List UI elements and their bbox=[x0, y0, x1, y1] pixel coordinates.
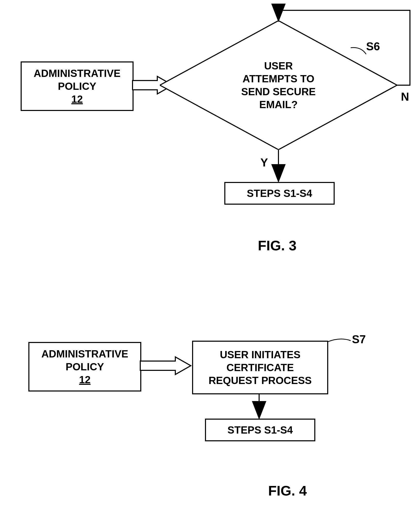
admin-policy-line2-f4: POLICY bbox=[66, 360, 104, 373]
decision-s6-label: S6 bbox=[366, 40, 380, 53]
process-line1: USER INITIATES bbox=[220, 348, 301, 361]
admin-policy-line2: POLICY bbox=[58, 80, 96, 93]
process-s7-label: S7 bbox=[352, 333, 366, 346]
no-label-fig3: N bbox=[401, 90, 409, 103]
admin-policy-line1: ADMINISTRATIVE bbox=[34, 67, 120, 80]
steps-box-fig3: STEPS S1-S4 bbox=[224, 182, 335, 205]
yes-label-fig3: Y bbox=[260, 156, 268, 169]
decision-s6: USER ATTEMPTS TO SEND SECURE EMAIL? bbox=[160, 21, 397, 150]
fig4-caption: FIG. 4 bbox=[268, 483, 307, 499]
decision-line2: ATTEMPTS TO bbox=[243, 72, 315, 85]
process-line2: CERTIFICATE bbox=[226, 361, 294, 374]
admin-policy-line1-f4: ADMINISTRATIVE bbox=[41, 347, 128, 360]
decision-line4: EMAIL? bbox=[259, 98, 298, 111]
svg-marker-4 bbox=[140, 357, 191, 374]
steps-text-fig4: STEPS S1-S4 bbox=[227, 424, 293, 436]
decision-line1: USER bbox=[264, 59, 293, 72]
steps-box-fig4: STEPS S1-S4 bbox=[205, 419, 315, 441]
steps-text-fig3: STEPS S1-S4 bbox=[247, 187, 312, 200]
admin-policy-box-fig4: ADMINISTRATIVE POLICY 12 bbox=[28, 342, 141, 392]
admin-policy-num-f4: 12 bbox=[79, 373, 91, 386]
admin-policy-box-fig3: ADMINISTRATIVE POLICY 12 bbox=[21, 61, 134, 111]
admin-policy-num: 12 bbox=[71, 93, 83, 106]
process-line3: REQUEST PROCESS bbox=[209, 374, 312, 387]
process-s7-box: USER INITIATES CERTIFICATE REQUEST PROCE… bbox=[192, 341, 328, 394]
decision-line3: SEND SECURE bbox=[241, 85, 316, 98]
fig3-caption: FIG. 3 bbox=[258, 237, 297, 253]
